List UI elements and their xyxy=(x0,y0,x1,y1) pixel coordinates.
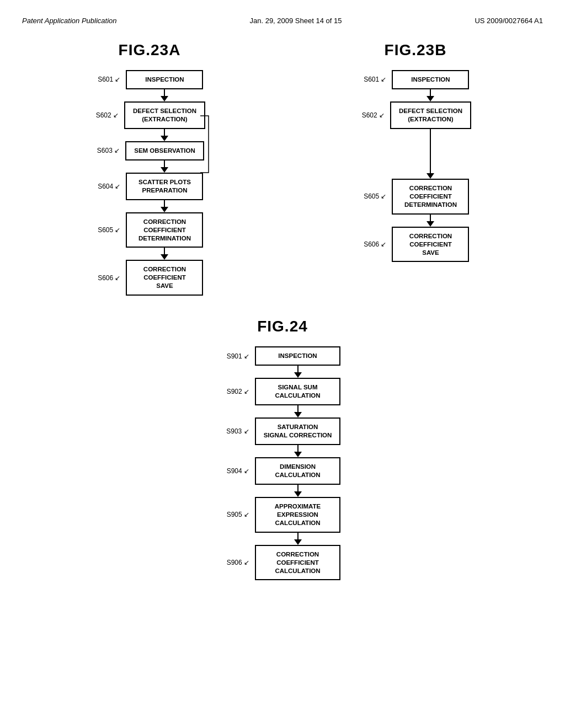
fig24-title: FIG.24 xyxy=(257,318,308,335)
fig24-arrow-4 xyxy=(294,485,302,497)
fig23a-label-s603: S603 ↙ xyxy=(95,147,120,154)
fig23a-arrow-1 xyxy=(161,89,168,101)
fig24-step-s905: S905 ↙ APPROXIMATEEXPRESSIONCALCULATION xyxy=(225,497,340,533)
fig23a-box-s603: SEM OBSERVATION xyxy=(125,141,204,160)
fig23a-box-s601: INSPECTION xyxy=(126,70,203,89)
fig23a-step-s601: S601 ↙ INSPECTION xyxy=(95,70,203,89)
fig23a-step-s606: S606 ↙ CORRECTIONCOEFFICIENTSAVE xyxy=(95,260,203,296)
fig23a-arrow-5 xyxy=(161,248,168,260)
fig23a-label-s605: S605 ↙ xyxy=(95,226,120,234)
fig24-step-s903: S903 ↙ SATURATIONSIGNAL CORRECTION xyxy=(225,417,341,445)
fig23a-step-s603: S603 ↙ SEM OBSERVATION xyxy=(95,141,204,160)
fig24-section: FIG.24 S901 ↙ INSPECTION S902 ↙ SIGNAL S… xyxy=(22,318,543,580)
fig23b-label-s602: S602 ↙ xyxy=(360,111,385,119)
fig24-box-s901: INSPECTION xyxy=(255,346,340,366)
fig24-box-s906: CORRECTIONCOEFFICIENTCALCULATION xyxy=(255,545,340,581)
fig24-step-s902: S902 ↙ SIGNAL SUMCALCULATION xyxy=(225,378,340,405)
fig23a-label-s604: S604 ↙ xyxy=(95,183,120,190)
fig23a-box-s604: SCATTER PLOTSPREPARATION xyxy=(126,173,203,200)
fig24-label-s905: S905 ↙ xyxy=(225,511,249,518)
fig23b-arrow-2a xyxy=(427,129,434,179)
fig24-label-s904: S904 ↙ xyxy=(225,467,249,475)
fig24-arrow-5 xyxy=(294,533,302,545)
header-patent-number: US 2009/0027664 A1 xyxy=(475,17,543,25)
fig24-label-s903: S903 ↙ xyxy=(225,427,249,435)
fig23a-step-s604: S604 ↙ SCATTER PLOTSPREPARATION xyxy=(95,173,203,200)
fig23a-label-s602: S602 ↙ xyxy=(94,111,119,119)
fig23a-title: FIG.23A xyxy=(119,41,181,59)
fig24-step-s906: S906 ↙ CORRECTIONCOEFFICIENTCALCULATION xyxy=(225,545,340,581)
fig23b-arrow-3 xyxy=(427,215,434,227)
fig23b-label-s606: S606 ↙ xyxy=(361,240,386,248)
fig24-box-s904: DIMENSIONCALCULATION xyxy=(255,457,340,485)
fig23a-box-s605: CORRECTIONCOEFFICIENTDETERMINATION xyxy=(126,212,203,248)
fig23b-section: FIG.23B S601 ↙ INSPECTION S602 ↙ DEFECT … xyxy=(360,41,471,262)
fig24-arrow-3 xyxy=(294,445,302,457)
fig23b-step-s606: S606 ↙ CORRECTIONCOEFFICIENTSAVE xyxy=(361,227,469,263)
header-publication: Patent Application Publication xyxy=(22,17,117,25)
header: Patent Application Publication Jan. 29, … xyxy=(22,11,543,36)
fig23b-arrow-1 xyxy=(427,89,434,101)
fig24-arrow-2 xyxy=(294,405,302,417)
fig23a-step-s602: S602 ↙ DEFECT SELECTION(EXTRACTION) xyxy=(94,101,205,129)
fig23b-flowchart: S601 ↙ INSPECTION S602 ↙ DEFECT SELECTIO… xyxy=(360,70,471,262)
fig23b-step-s602: S602 ↙ DEFECT SELECTION(EXTRACTION) xyxy=(360,101,471,129)
bracket-svg xyxy=(198,113,214,185)
fig23a-box-s602: DEFECT SELECTION(EXTRACTION) xyxy=(124,101,205,129)
fig23b-box-s601: INSPECTION xyxy=(392,70,469,89)
fig24-box-s905: APPROXIMATEEXPRESSIONCALCULATION xyxy=(255,497,340,533)
figures-row-23: FIG.23A S601 ↙ INSPECTION S602 ↙ DEFECT … xyxy=(22,41,543,296)
fig24-step-s904: S904 ↙ DIMENSIONCALCULATION xyxy=(225,457,340,485)
fig23a-label-s601: S601 ↙ xyxy=(95,76,120,83)
fig24-box-s903: SATURATIONSIGNAL CORRECTION xyxy=(255,417,341,445)
fig23b-box-s605: CORRECTIONCOEFFICIENTDETERMINATION xyxy=(392,179,469,215)
fig23b-title: FIG.23B xyxy=(385,41,447,59)
fig23a-arrow-2 xyxy=(161,129,168,141)
fig23b-label-s605: S605 ↙ xyxy=(361,192,386,200)
fig24-step-s901: S901 ↙ INSPECTION xyxy=(225,346,340,366)
fig24-flowchart: S901 ↙ INSPECTION S902 ↙ SIGNAL SUMCALCU… xyxy=(225,346,341,580)
fig23a-box-s606: CORRECTIONCOEFFICIENTSAVE xyxy=(126,260,203,296)
fig24-label-s902: S902 ↙ xyxy=(225,388,249,395)
fig23b-label-s601: S601 ↙ xyxy=(361,76,386,83)
fig23b-box-s606: CORRECTIONCOEFFICIENTSAVE xyxy=(392,227,469,263)
fig23b-step-s605: S605 ↙ CORRECTIONCOEFFICIENTDETERMINATIO… xyxy=(361,179,469,215)
header-date-sheet: Jan. 29, 2009 Sheet 14 of 15 xyxy=(249,17,342,25)
fig23a-step-s605: S605 ↙ CORRECTIONCOEFFICIENTDETERMINATIO… xyxy=(95,212,203,248)
fig24-box-s902: SIGNAL SUMCALCULATION xyxy=(255,378,340,405)
fig24-arrow-1 xyxy=(294,366,302,378)
fig24-label-s906: S906 ↙ xyxy=(225,559,249,566)
fig24-label-s901: S901 ↙ xyxy=(225,352,249,360)
page: Patent Application Publication Jan. 29, … xyxy=(0,0,565,728)
fig23a-arrow-3 xyxy=(161,160,168,173)
fig23a-arrow-4 xyxy=(161,200,168,212)
fig23b-step-s601: S601 ↙ INSPECTION xyxy=(361,70,469,89)
fig23a-label-s606: S606 ↙ xyxy=(95,274,120,282)
fig23a-flowchart: S601 ↙ INSPECTION S602 ↙ DEFECT SELECTIO… xyxy=(94,70,205,296)
fig23b-box-s602: DEFECT SELECTION(EXTRACTION) xyxy=(390,101,471,129)
fig23a-section: FIG.23A S601 ↙ INSPECTION S602 ↙ DEFECT … xyxy=(94,41,205,296)
